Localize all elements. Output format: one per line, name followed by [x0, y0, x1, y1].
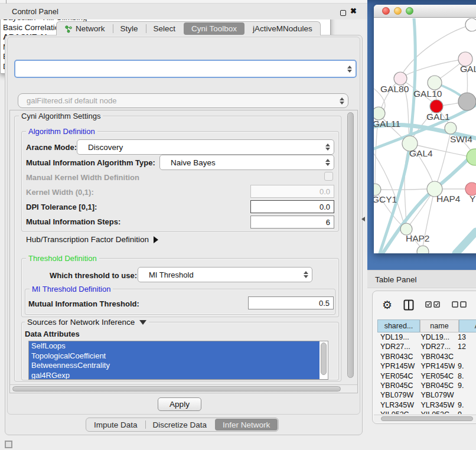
network-edge-highlighted[interactable] [456, 231, 476, 253]
mac-close-icon[interactable] [382, 7, 390, 15]
table-row[interactable]: YDR27...YDR27...12 [377, 342, 476, 351]
network-source-combobox[interactable]: galFiltered.sif default node [18, 93, 348, 108]
network-node[interactable] [458, 93, 476, 110]
algorithm-definition-title: Algorithm Definition [26, 127, 97, 136]
network-node-label: GAL10 [413, 89, 442, 99]
attribute-item-betweennesscentrality[interactable]: BetweennessCentrality [29, 361, 319, 371]
tab-jactivemnodules[interactable]: jActiveMNodules [245, 22, 320, 35]
tab-label: Infer Network [223, 420, 270, 429]
top-tabs: NetworkStyleSelectCyni ToolboxjActiveMNo… [56, 21, 321, 35]
panel-title: Control Panel [12, 7, 58, 16]
mac-zoom-icon[interactable] [406, 7, 413, 15]
float-panel-icon[interactable] [340, 10, 346, 16]
column-header-a[interactable]: A [459, 319, 476, 332]
splitter-handle-icon[interactable] [361, 216, 366, 222]
table-row[interactable]: YLR345WYLR345W9. [377, 400, 476, 410]
table-hscrollbar[interactable] [381, 416, 473, 421]
apply-button[interactable]: Apply [158, 397, 201, 411]
table-cell: YBL079W [418, 390, 455, 400]
mi-type-combobox[interactable]: Naive Bayes [159, 155, 334, 170]
mi-type-label: Mutual Information Algorithm Type: [26, 158, 155, 167]
which-threshold-combobox[interactable]: MI Threshold [138, 267, 312, 282]
network-icon [64, 25, 73, 33]
gear-icon[interactable]: ⚙ [382, 299, 392, 311]
deselect-all-columns-icon[interactable] [452, 301, 467, 308]
kernel-width-field[interactable] [250, 185, 334, 198]
sources-toggle[interactable]: Sources for Network Inference [25, 318, 149, 327]
table-cell: YPR145W [418, 361, 455, 371]
dpi-tolerance-field[interactable] [250, 200, 334, 213]
network-node-gal10[interactable] [428, 76, 442, 90]
table-row[interactable]: YBR043CYBR043C [377, 352, 476, 361]
table-row[interactable]: YBR045CYBR045C9. [377, 381, 476, 390]
network-node[interactable] [465, 18, 476, 31]
table-cell: YDR27... [377, 342, 418, 351]
table-cell: 9. [455, 400, 476, 410]
tab-infer-network[interactable]: Infer Network [215, 419, 278, 431]
dpi-tolerance-label: DPI Tolerance [0,1]: [26, 203, 97, 211]
table-cell: YDL19... [418, 332, 455, 342]
tab-style[interactable]: Style [113, 22, 146, 35]
mac-minimize-icon[interactable] [394, 7, 402, 15]
table-panel-titlebar: Table Panel [367, 270, 476, 288]
network-node-label: HAP4 [436, 194, 461, 204]
table-cell: 9. [455, 361, 476, 371]
network-node-label: SWI4 [450, 134, 472, 144]
table-row[interactable]: YBL079WYBL079W [377, 390, 476, 400]
tab-impute-data[interactable]: Impute Data [86, 418, 145, 431]
network-window-titlebar[interactable] [374, 5, 476, 18]
inference-algorithm-combobox[interactable] [14, 60, 357, 78]
network-node-gal1[interactable] [430, 100, 443, 113]
network-node-gal80[interactable] [394, 72, 407, 85]
attribute-item-selfloops[interactable]: SelfLoops [29, 341, 319, 351]
column-header-name[interactable]: name [420, 319, 459, 332]
expand-arrow-icon [154, 236, 158, 243]
mi-steps-field[interactable] [250, 216, 334, 229]
network-canvas[interactable]: GAL8GAL80GAL10GAL1GAL11SWI4GAL4GCY1HAP4Y… [374, 18, 476, 253]
attribute-item-topologicalcoefficient[interactable]: TopologicalCoefficient [29, 351, 319, 361]
tab-select[interactable]: Select [146, 22, 184, 35]
tab-cyni-toolbox[interactable]: Cyni Toolbox [184, 22, 244, 35]
aracne-mode-combobox[interactable]: Discovery [77, 139, 334, 155]
list-scrollbar[interactable] [321, 343, 327, 375]
network-node[interactable] [467, 149, 476, 165]
table-row[interactable]: YDL19...YDL19...13 [377, 332, 476, 342]
manual-kernel-checkbox[interactable] [324, 172, 333, 181]
table-row[interactable]: YER054CYER054C8. [377, 371, 476, 381]
network-node-swi4[interactable] [445, 122, 457, 134]
column-header-shared[interactable]: shared... [377, 319, 420, 332]
attribute-item-gal4rgexp[interactable]: gal4RGexp [29, 371, 319, 380]
mi-threshold-field[interactable] [248, 296, 334, 309]
table-cell: YDL19... [377, 332, 418, 342]
manual-kernel-label: Manual Kernel Width Definition [26, 173, 139, 182]
table-cell: 12 [455, 342, 476, 351]
network-node-label: GAL4 [409, 148, 433, 158]
spinner-arrows-icon [347, 66, 352, 73]
table-row[interactable]: YPR145WYPR145W9. [377, 361, 476, 371]
horizontal-scrollbar[interactable] [12, 386, 341, 392]
network-source-value: galFiltered.sif default node [27, 96, 116, 105]
tab-label: Network [76, 24, 105, 33]
hub-definition-label: Hub/Transcription Factor Definition [26, 235, 149, 244]
kernel-width-label: Kernel Width (0,1): [26, 188, 94, 197]
table-cell: YIL052C [377, 410, 418, 414]
tab-discretize-data[interactable]: Discretize Data [145, 418, 215, 431]
table-cell: YBR045C [377, 381, 418, 390]
hub-definition-toggle[interactable]: Hub/Transcription Factor Definition [26, 235, 158, 244]
split-view-icon[interactable] [403, 299, 414, 311]
table-cell: 9. [455, 381, 476, 390]
network-node-label: GAL8 [460, 64, 476, 74]
table-row[interactable]: YIL052CYIL052C9. [377, 410, 476, 414]
network-node[interactable] [417, 246, 429, 253]
table-cell: YIL052C [418, 410, 455, 414]
select-all-columns-icon[interactable] [425, 301, 441, 308]
vertical-scrollbar[interactable] [347, 112, 354, 378]
table-cell: YBR043C [377, 352, 418, 361]
tab-network[interactable]: Network [57, 22, 113, 35]
table-cell: YBR045C [418, 381, 455, 390]
table-header: shared...nameA [377, 319, 476, 332]
network-node-gcy1[interactable] [374, 184, 381, 195]
network-node-gal11[interactable] [374, 107, 385, 120]
dock-panel-icon[interactable] [5, 441, 12, 448]
close-panel-icon[interactable]: ✖ [350, 6, 357, 15]
